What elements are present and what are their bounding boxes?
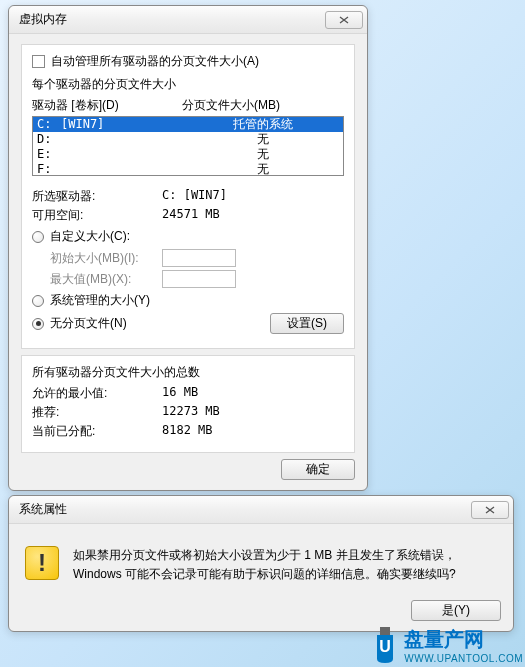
no-paging-label: 无分页文件(N) [50,315,127,332]
dialog-message: 如果禁用分页文件或将初始大小设置为少于 1 MB 并且发生了系统错误，Windo… [73,546,497,584]
recommended-label: 推荐: [32,404,162,421]
custom-size-radio[interactable] [32,231,44,243]
max-size-label: 最大值(MB)(X): [50,271,162,288]
system-properties-dialog: 系统属性 ! 如果禁用分页文件或将初始大小设置为少于 1 MB 并且发生了系统错… [8,495,514,632]
dialog-titlebar[interactable]: 系统属性 [9,496,513,524]
col-header-paging: 分页文件大小(MB) [182,97,344,114]
usb-logo-icon: U [370,625,400,665]
svg-text:U: U [379,638,391,655]
dialog-title: 系统属性 [19,501,67,518]
initial-size-input[interactable] [162,249,236,267]
selected-drive-label: 所选驱动器: [32,188,162,205]
max-size-input[interactable] [162,270,236,288]
dialog-close-button[interactable] [471,501,509,519]
drive-list[interactable]: C: [WIN7] 托管的系统 D: 无 E: 无 F: 无 [32,116,344,176]
titlebar[interactable]: 虚拟内存 [9,6,367,34]
recommended-value: 12273 MB [162,404,220,421]
selected-drive-value: C: [WIN7] [162,188,227,205]
svg-rect-0 [380,627,390,635]
free-space-label: 可用空间: [32,207,162,224]
drive-row[interactable]: F: 无 [33,162,343,176]
warning-icon: ! [25,546,59,580]
totals-legend: 所有驱动器分页文件大小的总数 [32,364,344,381]
drive-row[interactable]: D: 无 [33,132,343,147]
free-space-value: 24571 MB [162,207,220,224]
close-icon [338,15,350,25]
auto-manage-label: 自动管理所有驱动器的分页文件大小(A) [51,53,259,70]
initial-size-label: 初始大小(MB)(I): [50,250,162,267]
drive-row[interactable]: E: 无 [33,147,343,162]
auto-manage-checkbox[interactable] [32,55,45,68]
set-button[interactable]: 设置(S) [270,313,344,334]
per-drive-label: 每个驱动器的分页文件大小 [32,76,344,93]
yes-button[interactable]: 是(Y) [411,600,501,621]
custom-size-label: 自定义大小(C): [50,228,130,245]
min-allowed-label: 允许的最小值: [32,385,162,402]
close-button[interactable] [325,11,363,29]
watermark-brand: 盘量产网 [404,628,484,650]
close-icon [484,505,496,515]
col-header-drive: 驱动器 [卷标](D) [32,97,182,114]
no-paging-radio[interactable] [32,318,44,330]
system-managed-label: 系统管理的大小(Y) [50,292,150,309]
allocated-value: 8182 MB [162,423,213,440]
virtual-memory-window: 虚拟内存 自动管理所有驱动器的分页文件大小(A) 每个驱动器的分页文件大小 驱动… [8,5,368,491]
min-allowed-value: 16 MB [162,385,198,402]
allocated-label: 当前已分配: [32,423,162,440]
watermark-url: WWW.UPANTOOL.COM [404,653,523,664]
watermark: U 盘量产网 WWW.UPANTOOL.COM [370,625,523,665]
system-managed-radio[interactable] [32,295,44,307]
drive-row[interactable]: C: [WIN7] 托管的系统 [33,117,343,132]
window-title: 虚拟内存 [19,11,67,28]
ok-button[interactable]: 确定 [281,459,355,480]
